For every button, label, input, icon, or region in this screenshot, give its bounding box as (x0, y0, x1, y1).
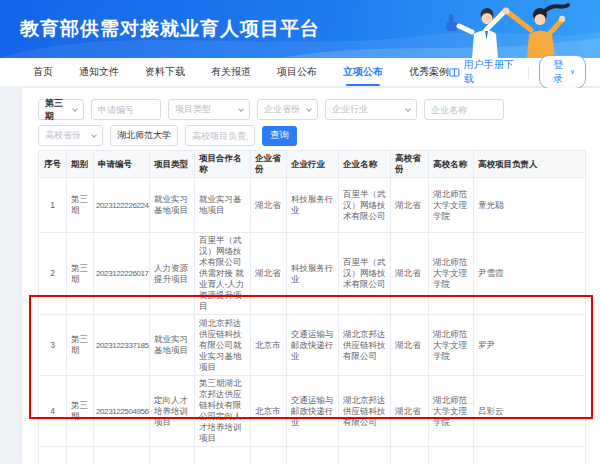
table-cell: 尹雪霞 (474, 233, 586, 315)
col-header-period: 期别 (67, 151, 94, 178)
table-row: 2第三期2023122226017人力资源提升项目百里半（武汉）网络技术有限公司… (39, 233, 586, 315)
company-province-placeholder: 企业省份 (264, 103, 300, 116)
table-cell: 湖北省 (391, 233, 429, 315)
table-cell: 吕彩云 (474, 376, 586, 447)
search-button[interactable]: 查询 (262, 126, 297, 146)
table-cell: 湖北师范大学文理学院 (429, 376, 474, 447)
table-cell: 科技服务行业 (287, 178, 339, 233)
college-name-input[interactable] (110, 125, 178, 146)
table-cell: 湖北师范大学文理学院 (429, 315, 474, 376)
table-cell: 北京市 (251, 376, 287, 447)
banner: 教育部供需对接就业育人项目平台 (0, 0, 600, 58)
table-cell: 交通运输与邮政快递行业 (287, 376, 339, 447)
company-province-select[interactable]: 企业省份 (257, 99, 318, 120)
table-cell: 2 (39, 233, 67, 315)
filter-row-2: 高校省份 查询 (38, 125, 504, 146)
results-table: 序号 期别 申请编号 项目类型 项目合作名称 企业省份 企业行业 企业名称 高校… (38, 150, 586, 464)
table-cell: 百里半（武汉）网络技术有限公司 (339, 178, 391, 233)
nav-item-reports[interactable]: 有关报道 (211, 58, 251, 86)
table-cell: 湖北师范大学文理学院 (429, 178, 474, 233)
table-cell: 湖北省 (391, 178, 429, 233)
nav-item-downloads[interactable]: 资料下载 (145, 58, 185, 86)
table-cell: 北京市 (251, 315, 287, 376)
table-row: 1第三期2023122226224就业实习基地项目就业实习基地项目湖北省科技服务… (39, 178, 586, 233)
project-type-select[interactable]: 项目类型 (168, 99, 250, 120)
table-cell: 百里半（武汉）网络技术有限公司 (339, 233, 391, 315)
project-type-placeholder: 项目类型 (175, 103, 211, 116)
table-cell: 2023122337185 (94, 315, 150, 376)
college-province-placeholder: 高校省份 (45, 129, 81, 142)
table-cell: 第三期 (67, 447, 94, 464)
book-icon (449, 67, 460, 78)
filters: 第三期 项目类型 企业省份 企业行业 (38, 99, 504, 151)
table-cell: 湖北省 (251, 233, 287, 315)
table-cell: 湖北师范大学文理学院 (429, 447, 474, 464)
user-manual-label: 用户手册下载 (464, 58, 518, 86)
table-cell: 就业实习基地项目 (150, 315, 195, 376)
divider (528, 66, 529, 79)
table-cell: 湖北省 (391, 376, 429, 447)
login-button[interactable]: 登录 ∨ (539, 55, 586, 89)
user-manual-download[interactable]: 用户手册下载 (449, 58, 518, 86)
table-cell: 就业实习基地项目 (195, 178, 251, 233)
table-row: 3第三期2023122337185就业实习基地项目湖北京邦达供应链科技有限公司就… (39, 315, 586, 376)
col-header-application-no: 申请编号 (94, 151, 150, 178)
table-cell: 第三期 (67, 233, 94, 315)
table-cell: 罗尹 (474, 315, 586, 376)
college-province-select[interactable]: 高校省份 (38, 125, 103, 146)
col-header-company-province: 企业省份 (251, 151, 287, 178)
college-leader-input[interactable] (185, 125, 255, 146)
nav-item-home[interactable]: 首页 (33, 58, 53, 86)
table-cell: 2023122226224 (94, 178, 150, 233)
company-industry-select[interactable]: 企业行业 (325, 99, 417, 120)
table-cell: 湖北省 (251, 178, 287, 233)
table-cell: 第三期 (67, 178, 94, 233)
table-cell: 定向人才培养培训项目 (150, 376, 195, 447)
chevron-down-icon (405, 106, 411, 112)
page-title: 教育部供需对接就业育人项目平台 (20, 16, 320, 42)
nav-item-project-announcement[interactable]: 项目公布 (277, 58, 317, 86)
table-cell: 就业实习基地项目 (150, 178, 195, 233)
table-cell: 第三期湖北京邦达供应链科技有限公司供需对接就业育人项目 (195, 447, 251, 464)
chevron-down-icon (72, 106, 78, 112)
nav-item-notices[interactable]: 通知文件 (79, 58, 119, 86)
table-cell: 甘伟 (474, 447, 586, 464)
table-cell: 交通运输与邮政快递行业 (287, 315, 339, 376)
nav-right: 用户手册下载 登录 ∨ (449, 55, 600, 89)
table-cell: 3 (39, 315, 67, 376)
table-cell: 第三期 (67, 315, 94, 376)
table-cell: 第三期 (67, 376, 94, 447)
table-cell: 湖北省 (391, 315, 429, 376)
chevron-down-icon (306, 106, 312, 112)
period-select[interactable]: 第三期 (38, 99, 84, 120)
thumbs-up-icon (446, 14, 458, 31)
company-name-input[interactable] (424, 99, 504, 120)
nav-items: 首页 通知文件 资料下载 有关报道 项目公布 立项公布 优秀案例 (0, 58, 449, 86)
nav-item-excellent-cases[interactable]: 优秀案例 (409, 58, 449, 86)
application-no-input[interactable] (91, 99, 161, 120)
table-cell: 湖北京邦达供应链科技有限公司 (339, 447, 391, 464)
table-row: 4第三期2023122504956定向人才培养培训项目第三期湖北京邦达供应链科技… (39, 376, 586, 447)
chevron-down-icon (238, 106, 244, 112)
table-cell: 湖北京邦达供应链科技有限公司就业实习基地项目 (195, 315, 251, 376)
table-cell: 童光聪 (474, 178, 586, 233)
results-table-wrap: 序号 期别 申请编号 项目类型 项目合作名称 企业省份 企业行业 企业名称 高校… (38, 150, 585, 464)
page: 教育部供需对接就业育人项目平台 首页 通知文件 资料下载 有关报道 项目公布 立… (0, 0, 600, 464)
table-cell: 北京市 (251, 447, 287, 464)
table-cell: 百里半（武汉）网络技术有限公司供需对接 就业育人-人力资源提升项目 (195, 233, 251, 315)
nav-item-approval-announcement[interactable]: 立项公布 (343, 58, 383, 86)
table-cell: 湖北省 (391, 447, 429, 464)
table-cell: 交通运输与邮政快递行业 (287, 447, 339, 464)
table-cell: 湖北京邦达供应链科技有限公司 (339, 315, 391, 376)
content-card: 第三期 项目类型 企业省份 企业行业 (22, 88, 600, 464)
table-cell: 2023122504956 (94, 376, 150, 447)
table-cell: 湖北师范大学文理学院 (429, 233, 474, 315)
table-cell: 4 (39, 376, 67, 447)
table-body: 1第三期2023122226224就业实习基地项目就业实习基地项目湖北省科技服务… (39, 178, 586, 464)
table-cell: 科技服务行业 (287, 233, 339, 315)
table-cell: 5 (39, 447, 67, 464)
table-cell: 2023122226017 (94, 233, 150, 315)
col-header-company-name: 企业名称 (339, 151, 391, 178)
company-industry-placeholder: 企业行业 (332, 103, 368, 116)
login-label: 登录 (550, 58, 567, 86)
